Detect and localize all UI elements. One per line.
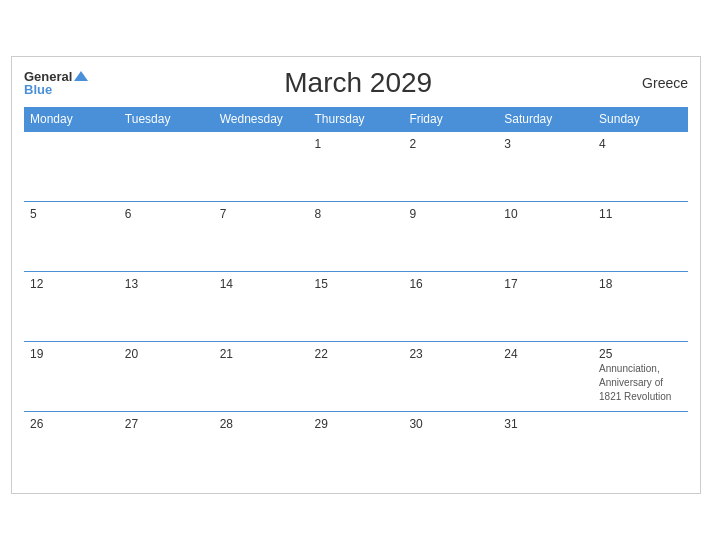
day-cell: 18 — [593, 271, 688, 341]
day-number: 26 — [30, 417, 113, 431]
day-cell: 6 — [119, 201, 214, 271]
day-cell: 20 — [119, 341, 214, 411]
day-number: 30 — [409, 417, 492, 431]
day-cell: 28 — [214, 411, 309, 481]
day-cell: 13 — [119, 271, 214, 341]
logo-general-text: General — [24, 70, 72, 83]
day-cell — [214, 131, 309, 201]
day-number: 25 — [599, 347, 682, 361]
day-cell — [119, 131, 214, 201]
day-cell: 27 — [119, 411, 214, 481]
col-header-saturday: Saturday — [498, 107, 593, 132]
day-cell: 3 — [498, 131, 593, 201]
col-header-tuesday: Tuesday — [119, 107, 214, 132]
day-number: 28 — [220, 417, 303, 431]
day-cell: 2 — [403, 131, 498, 201]
day-cell: 5 — [24, 201, 119, 271]
day-number: 13 — [125, 277, 208, 291]
day-cell: 25Annunciation, Anniversary of 1821 Revo… — [593, 341, 688, 411]
day-number: 19 — [30, 347, 113, 361]
day-cell: 10 — [498, 201, 593, 271]
day-number: 11 — [599, 207, 682, 221]
day-cell: 24 — [498, 341, 593, 411]
day-cell: 4 — [593, 131, 688, 201]
day-number: 21 — [220, 347, 303, 361]
day-number: 10 — [504, 207, 587, 221]
day-cell: 17 — [498, 271, 593, 341]
logo: General Blue — [24, 70, 88, 96]
day-cell: 23 — [403, 341, 498, 411]
day-cell: 7 — [214, 201, 309, 271]
day-cell: 19 — [24, 341, 119, 411]
day-number: 3 — [504, 137, 587, 151]
week-row-3: 12131415161718 — [24, 271, 688, 341]
col-header-sunday: Sunday — [593, 107, 688, 132]
week-row-4: 19202122232425Annunciation, Anniversary … — [24, 341, 688, 411]
day-number: 1 — [315, 137, 398, 151]
day-number: 9 — [409, 207, 492, 221]
calendar-title: March 2029 — [88, 67, 628, 99]
day-number: 20 — [125, 347, 208, 361]
day-number: 23 — [409, 347, 492, 361]
day-number: 5 — [30, 207, 113, 221]
calendar-grid: MondayTuesdayWednesdayThursdayFridaySatu… — [24, 107, 688, 482]
day-cell: 9 — [403, 201, 498, 271]
logo-triangle-icon — [74, 71, 88, 81]
logo-blue-text: Blue — [24, 83, 52, 96]
col-header-wednesday: Wednesday — [214, 107, 309, 132]
day-number: 2 — [409, 137, 492, 151]
day-cell: 14 — [214, 271, 309, 341]
day-number: 8 — [315, 207, 398, 221]
day-cell: 29 — [309, 411, 404, 481]
col-header-monday: Monday — [24, 107, 119, 132]
day-number: 22 — [315, 347, 398, 361]
day-cell: 15 — [309, 271, 404, 341]
calendar-wrapper: General Blue March 2029 Greece MondayTue… — [11, 56, 701, 495]
day-number: 29 — [315, 417, 398, 431]
day-number: 6 — [125, 207, 208, 221]
day-cell: 26 — [24, 411, 119, 481]
day-cell: 30 — [403, 411, 498, 481]
day-number: 4 — [599, 137, 682, 151]
day-cell: 31 — [498, 411, 593, 481]
day-number: 31 — [504, 417, 587, 431]
calendar-country: Greece — [628, 75, 688, 91]
day-cell: 21 — [214, 341, 309, 411]
week-row-1: 1234 — [24, 131, 688, 201]
day-number: 12 — [30, 277, 113, 291]
calendar-tbody: 1234567891011121314151617181920212223242… — [24, 131, 688, 481]
day-event: Annunciation, Anniversary of 1821 Revolu… — [599, 363, 671, 402]
col-header-thursday: Thursday — [309, 107, 404, 132]
day-cell: 22 — [309, 341, 404, 411]
col-header-friday: Friday — [403, 107, 498, 132]
day-cell: 11 — [593, 201, 688, 271]
week-row-5: 262728293031 — [24, 411, 688, 481]
calendar-thead: MondayTuesdayWednesdayThursdayFridaySatu… — [24, 107, 688, 132]
day-cell: 12 — [24, 271, 119, 341]
day-cell: 16 — [403, 271, 498, 341]
day-number: 14 — [220, 277, 303, 291]
day-number: 7 — [220, 207, 303, 221]
calendar-header-row: MondayTuesdayWednesdayThursdayFridaySatu… — [24, 107, 688, 132]
week-row-2: 567891011 — [24, 201, 688, 271]
day-number: 24 — [504, 347, 587, 361]
calendar-header: General Blue March 2029 Greece — [24, 67, 688, 99]
day-cell — [593, 411, 688, 481]
day-number: 16 — [409, 277, 492, 291]
day-number: 15 — [315, 277, 398, 291]
day-cell: 8 — [309, 201, 404, 271]
day-number: 18 — [599, 277, 682, 291]
day-number: 27 — [125, 417, 208, 431]
day-cell — [24, 131, 119, 201]
day-number: 17 — [504, 277, 587, 291]
day-cell: 1 — [309, 131, 404, 201]
